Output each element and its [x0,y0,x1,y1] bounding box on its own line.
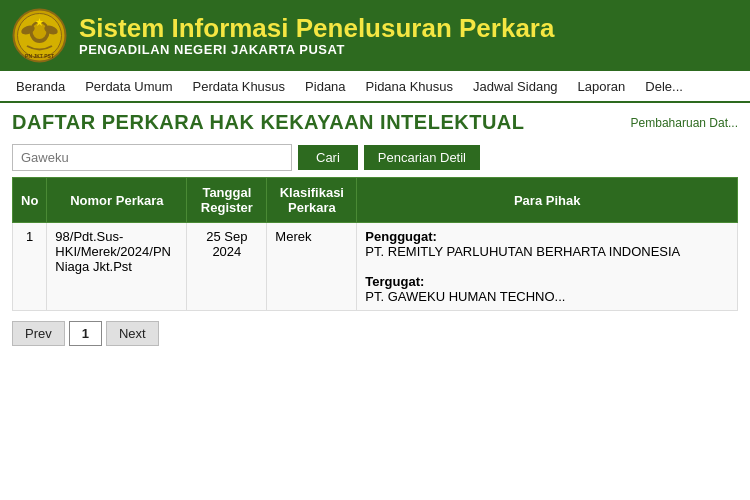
pencarian-detil-button[interactable]: Pencarian Detil [364,145,480,170]
app-title: Sistem Informasi Penelusuran Perkara [79,14,554,43]
update-link[interactable]: Pembaharuan Dat... [631,116,738,130]
cell-no: 1 [13,223,47,311]
app-subtitle: PENGADILAN NEGERI JAKARTA PUSAT [79,42,554,57]
page-1-button[interactable]: 1 [69,321,102,346]
table-container: No Nomor Perkara Tanggal Register Klasif… [0,177,750,311]
navbar: Beranda Perdata Umum Perdata Khusus Pida… [0,71,750,103]
cell-pihak: Penggugat:PT. REMITLY PARLUHUTAN BERHART… [357,223,738,311]
cell-tanggal: 25 Sep 2024 [187,223,267,311]
nav-perdata-umum[interactable]: Perdata Umum [75,73,182,100]
search-input[interactable] [12,144,292,171]
logo-seal: PN JKT PST [12,8,67,63]
nav-laporan[interactable]: Laporan [568,73,636,100]
search-bar: Cari Pencarian Detil [0,138,750,177]
page-title-bar: DAFTAR PERKARA HAK KEKAYAAN INTELEKTUAL … [0,103,750,138]
header-text: Sistem Informasi Penelusuran Perkara PEN… [79,14,554,58]
col-header-no: No [13,178,47,223]
col-header-pihak: Para Pihak [357,178,738,223]
table-row: 1 98/Pdt.Sus-HKI/Merek/2024/PN Niaga Jkt… [13,223,738,311]
cell-klasifikasi: Merek [267,223,357,311]
cell-nomor: 98/Pdt.Sus-HKI/Merek/2024/PN Niaga Jkt.P… [47,223,187,311]
svg-point-3 [33,23,47,39]
col-header-klasifikasi: Klasifikasi Perkara [267,178,357,223]
nav-perdata-khusus[interactable]: Perdata Khusus [183,73,296,100]
col-header-tanggal: Tanggal Register [187,178,267,223]
page-title: DAFTAR PERKARA HAK KEKAYAAN INTELEKTUAL [12,111,524,134]
col-header-nomor: Nomor Perkara [47,178,187,223]
nav-dele[interactable]: Dele... [635,73,693,100]
header: PN JKT PST Sistem Informasi Penelusuran … [0,0,750,71]
pagination: Prev 1 Next [0,311,750,356]
svg-text:PN JKT PST: PN JKT PST [25,53,54,59]
nav-pidana[interactable]: Pidana [295,73,355,100]
cari-button[interactable]: Cari [298,145,358,170]
next-button[interactable]: Next [106,321,159,346]
perkara-table: No Nomor Perkara Tanggal Register Klasif… [12,177,738,311]
prev-button[interactable]: Prev [12,321,65,346]
nav-beranda[interactable]: Beranda [6,73,75,100]
nav-jadwal-sidang[interactable]: Jadwal Sidang [463,73,568,100]
nav-pidana-khusus[interactable]: Pidana Khusus [356,73,463,100]
table-header-row: No Nomor Perkara Tanggal Register Klasif… [13,178,738,223]
